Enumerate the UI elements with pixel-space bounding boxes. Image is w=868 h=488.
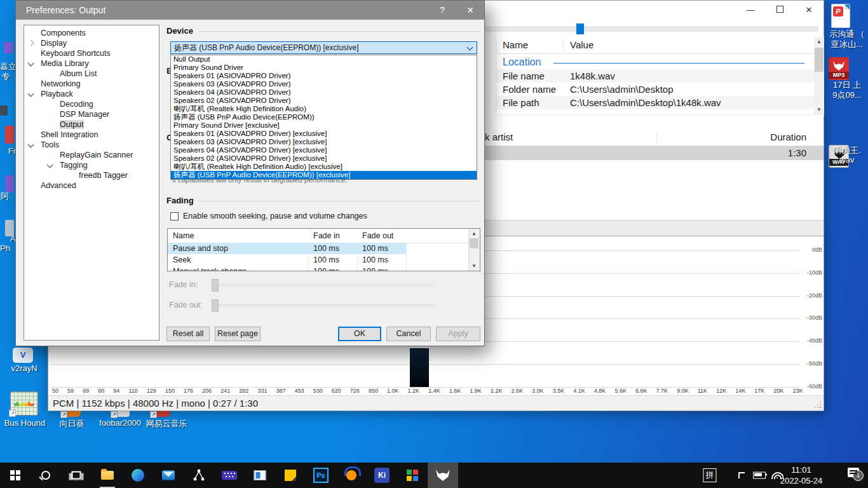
desktop-icon-label[interactable]: 阿 bbox=[0, 191, 9, 202]
desktop-icon-fragment[interactable] bbox=[5, 175, 14, 192]
property-row-clipped[interactable] bbox=[496, 109, 814, 116]
property-row[interactable]: Folder name C:\Users\admin\Desktop bbox=[496, 83, 814, 96]
reset-all-button[interactable]: Reset all bbox=[166, 327, 210, 341]
wav-label-line2[interactable]: wav bbox=[826, 155, 868, 165]
goldwave-button[interactable] bbox=[336, 463, 367, 488]
tree-item-components[interactable]: Components bbox=[24, 28, 159, 38]
fading-row[interactable]: Pause and stop100 ms100 ms bbox=[168, 243, 469, 254]
tree-item-advanced[interactable]: Advanced bbox=[24, 180, 159, 191]
mp3-file-icon[interactable]: MP3 bbox=[829, 57, 849, 80]
playlist-col-duration[interactable]: Duration bbox=[770, 132, 806, 142]
foobar2000-taskbar-button[interactable] bbox=[428, 463, 458, 488]
kicad-button[interactable]: Ki bbox=[367, 463, 397, 488]
search-button[interactable] bbox=[31, 463, 61, 488]
device-option[interactable]: 喇叭/耳机 (Realtek High Definition Audio) [e… bbox=[171, 163, 477, 171]
v2rayn-label[interactable]: v2rayN bbox=[6, 363, 42, 373]
ok-button[interactable]: OK bbox=[338, 327, 381, 341]
doc-label-line2[interactable]: 亚冰山... bbox=[826, 39, 868, 50]
resize-grip[interactable] bbox=[820, 407, 821, 408]
close-button[interactable]: ✕ bbox=[456, 1, 484, 20]
tree-item-freedb-tagger[interactable]: freedb Tagger bbox=[24, 170, 159, 180]
bus-hound-label[interactable]: Bus Hound bbox=[0, 418, 50, 428]
mail-button[interactable] bbox=[153, 463, 184, 488]
help-button[interactable]: ? bbox=[428, 1, 456, 20]
file-explorer-button[interactable] bbox=[92, 463, 123, 488]
device-option[interactable]: 扬声器 (USB PnP Audio Device(EEPROM)) [excl… bbox=[171, 171, 477, 179]
tree-item-playback[interactable]: Playback bbox=[24, 89, 159, 99]
apply-button[interactable]: Apply bbox=[436, 327, 480, 341]
tree-item-decoding[interactable]: Decoding bbox=[24, 99, 159, 109]
close-button[interactable]: ✕ bbox=[794, 1, 824, 20]
sticky-notes-button[interactable] bbox=[275, 463, 306, 488]
fading-row[interactable]: Manual track change100 ms100 ms bbox=[168, 266, 469, 271]
device-option[interactable]: Primary Sound Driver [exclusive] bbox=[171, 121, 477, 130]
device-option[interactable]: Null Output bbox=[171, 55, 477, 64]
tray-expand-button[interactable] bbox=[732, 463, 751, 488]
bus-hound-icon[interactable]: ↗ bbox=[10, 391, 38, 416]
fade-in-slider[interactable] bbox=[214, 284, 434, 287]
desktop-icon-fragment[interactable] bbox=[0, 105, 8, 116]
v2rayn-icon[interactable]: V bbox=[13, 348, 33, 363]
battery-tray-icon[interactable] bbox=[750, 463, 769, 488]
color-grid-app-button[interactable] bbox=[397, 463, 428, 488]
device-option[interactable]: Speakers 02 (ASIOVADPRO Driver) bbox=[171, 97, 477, 105]
device-option[interactable]: 喇叭/耳机 (Realtek High Definition Audio) bbox=[171, 105, 477, 113]
photoshop-button[interactable]: Ps bbox=[306, 463, 336, 488]
task-view-button[interactable] bbox=[61, 463, 92, 488]
column-divider[interactable] bbox=[656, 132, 657, 144]
dialog-titlebar[interactable]: Preferences: Output ? ✕ bbox=[16, 1, 484, 20]
scroll-up-icon[interactable]: ▲ bbox=[814, 37, 824, 47]
scroll-up-icon[interactable]: ▲ bbox=[469, 229, 479, 238]
scroll-down-icon[interactable]: ▼ bbox=[814, 105, 824, 115]
netease-music-label[interactable]: 网易云音乐 bbox=[144, 418, 189, 430]
fade-in-slider-handle[interactable] bbox=[212, 279, 219, 292]
chevron-right-icon[interactable] bbox=[28, 40, 34, 46]
start-button[interactable] bbox=[0, 463, 31, 488]
maximize-button[interactable] bbox=[765, 1, 794, 20]
tree-item-keyboard-shortcuts[interactable]: Keyboard Shortcuts bbox=[24, 48, 159, 58]
device-option[interactable]: Speakers 03 (ASIOVADPRO Driver) bbox=[171, 80, 477, 88]
desktop-icon-fragment[interactable] bbox=[5, 126, 14, 144]
minimize-button[interactable]: — bbox=[736, 1, 765, 20]
fading-row[interactable]: Seek100 ms100 ms bbox=[168, 254, 469, 266]
fade-out-slider[interactable] bbox=[214, 304, 434, 307]
mp3-label-line2[interactable]: 9点09... bbox=[826, 90, 868, 101]
chevron-down-icon[interactable] bbox=[467, 44, 473, 51]
column-divider[interactable] bbox=[563, 39, 564, 51]
device-combobox[interactable]: 扬声器 (USB PnP Audio Device(EEPROM)) [excl… bbox=[170, 41, 477, 54]
scrollbar-thumb[interactable] bbox=[470, 238, 478, 248]
device-option[interactable]: Speakers 01 (ASIOVADPRO Driver) [exclusi… bbox=[171, 130, 477, 138]
desktop-icon-label[interactable]: 专 bbox=[0, 71, 11, 83]
sunflower-label[interactable]: 向日葵 bbox=[57, 418, 86, 430]
device-option[interactable]: Primary Sound Driver bbox=[171, 64, 477, 72]
properties-scrollbar[interactable]: ▲ ▼ bbox=[814, 37, 824, 115]
reset-page-button[interactable]: Reset page bbox=[215, 327, 261, 341]
tree-item-media-library[interactable]: Media Library bbox=[24, 58, 159, 69]
device-option[interactable]: 扬声器 (USB PnP Audio Device(EEPROM)) bbox=[171, 113, 477, 121]
taskbar-clock[interactable]: 11:01 2022-05-24 bbox=[773, 464, 830, 486]
device-option[interactable]: Speakers 02 (ASIOVADPRO Driver) [exclusi… bbox=[171, 154, 477, 163]
tree-item-output[interactable]: Output bbox=[24, 119, 159, 130]
doc-shortcut-icon[interactable]: P bbox=[831, 4, 850, 28]
ime-keyboard-button[interactable] bbox=[214, 463, 245, 488]
tree-item-tagging[interactable]: Tagging bbox=[24, 160, 159, 170]
device-option[interactable]: Speakers 03 (ASIOVADPRO Driver) [exclusi… bbox=[171, 138, 477, 146]
tree-item-album-list[interactable]: Album List bbox=[24, 69, 159, 79]
notification-center-button[interactable]: 1 bbox=[848, 468, 859, 477]
chevron-down-icon[interactable] bbox=[28, 60, 34, 67]
property-row[interactable]: File name 1k48k.wav bbox=[496, 69, 814, 83]
device-tree-app-button[interactable] bbox=[184, 463, 214, 488]
tree-item-display[interactable]: Display bbox=[24, 38, 159, 48]
tree-item-shell-integration[interactable]: Shell Integration bbox=[24, 130, 159, 140]
device-option[interactable]: Speakers 04 (ASIOVADPRO Driver) [exclusi… bbox=[171, 146, 477, 154]
tree-item-dsp-manager[interactable]: DSP Manager bbox=[24, 109, 159, 119]
device-option[interactable]: Speakers 04 (ASIOVADPRO Driver) bbox=[171, 88, 477, 97]
tree-item-networking[interactable]: Networking bbox=[24, 79, 159, 89]
fade-out-slider-handle[interactable] bbox=[212, 299, 219, 312]
fading-table-scrollbar[interactable]: ▲ ▼ bbox=[468, 229, 480, 271]
foobar2000-label[interactable]: foobar2000 bbox=[95, 418, 145, 428]
desktop-icon-label[interactable]: Ph bbox=[0, 243, 10, 253]
tree-item-tools[interactable]: Tools bbox=[24, 140, 159, 150]
chevron-down-icon[interactable] bbox=[28, 142, 34, 148]
device-option[interactable]: Speakers 01 (ASIOVADPRO Driver) bbox=[171, 72, 477, 80]
